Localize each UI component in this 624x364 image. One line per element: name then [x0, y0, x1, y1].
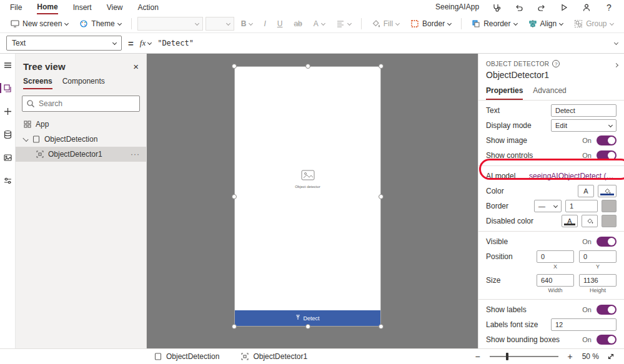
object-detector-control[interactable]: Object detector: [235, 170, 380, 189]
text-property-input[interactable]: [551, 104, 617, 117]
border-color-swatch[interactable]: [602, 200, 617, 212]
tree-view-panel: Tree view × Screens Components App: [16, 54, 147, 348]
chevron-down-icon[interactable]: [22, 135, 28, 141]
fx-button[interactable]: fx: [140, 38, 151, 48]
border-style-select[interactable]: —: [534, 200, 562, 212]
bold-button[interactable]: B: [237, 17, 257, 30]
tab-screens[interactable]: Screens: [23, 77, 52, 89]
show-controls-toggle[interactable]: [597, 150, 617, 160]
prop-label: Border: [486, 202, 508, 210]
menu-home[interactable]: Home: [37, 1, 57, 14]
item-overflow-menu[interactable]: ···: [131, 150, 140, 159]
resize-handle-top-center[interactable]: [305, 64, 310, 69]
tree-view-icon[interactable]: [0, 82, 16, 94]
disabled-color-swatch[interactable]: [602, 215, 617, 227]
property-select[interactable]: Text: [6, 36, 122, 51]
data-icon[interactable]: [0, 128, 16, 140]
resize-handle-bottom-center[interactable]: [305, 324, 310, 329]
zoom-out-button[interactable]: −: [473, 352, 482, 362]
play-icon[interactable]: [559, 2, 569, 12]
fx-label: fx: [140, 38, 146, 48]
group-label: Group: [586, 19, 607, 28]
prop-label: Size: [486, 274, 500, 285]
control-help-icon[interactable]: ?: [552, 60, 560, 67]
font-family-select[interactable]: [137, 17, 203, 31]
menu-file[interactable]: File: [10, 1, 22, 14]
align-button[interactable]: Align: [524, 17, 568, 30]
reorder-button[interactable]: Reorder: [467, 17, 521, 30]
detect-icon: [295, 315, 300, 322]
search-box[interactable]: [22, 96, 140, 112]
redo-icon[interactable]: [537, 2, 547, 12]
account-icon[interactable]: [582, 2, 592, 12]
font-size-select[interactable]: [206, 17, 234, 31]
help-icon[interactable]: ?: [604, 2, 614, 12]
fit-to-window-icon[interactable]: [607, 352, 615, 361]
tree-item-control-selected[interactable]: ObjectDetector1 ···: [16, 147, 146, 162]
size-height-input[interactable]: [579, 274, 617, 287]
show-bounding-boxes-toggle[interactable]: [597, 335, 617, 345]
underline-label: U: [277, 19, 283, 28]
screen-preview[interactable]: Object detector Detect: [234, 66, 381, 327]
border-weight-input[interactable]: [565, 200, 598, 212]
close-icon[interactable]: ×: [133, 61, 139, 72]
breadcrumb-control[interactable]: ObjectDetector1: [240, 352, 307, 361]
app-checker-icon[interactable]: [492, 2, 502, 12]
fill-button[interactable]: Fill: [367, 17, 404, 30]
font-color-button[interactable]: A: [309, 17, 329, 30]
strikethrough-button[interactable]: ab: [289, 17, 306, 30]
ai-model-link[interactable]: seeingAIObjectDetect (2...: [529, 172, 617, 180]
menu-action[interactable]: Action: [138, 1, 159, 14]
new-screen-button[interactable]: New screen: [6, 17, 72, 30]
prop-label: Show image: [486, 136, 527, 145]
media-icon[interactable]: [0, 151, 16, 164]
resize-handle-bottom-left[interactable]: [232, 324, 237, 329]
tree-item-label: ObjectDetector1: [48, 150, 102, 159]
show-image-toggle[interactable]: [597, 135, 617, 145]
tree-item-app[interactable]: App: [16, 117, 146, 132]
disabled-fill-color-button[interactable]: [582, 215, 598, 227]
display-mode-select[interactable]: Edit: [551, 119, 617, 132]
position-x-input[interactable]: [537, 250, 574, 263]
text-align-button[interactable]: [332, 17, 355, 30]
resize-handle-mid-right[interactable]: [379, 194, 384, 199]
border-button[interactable]: Border: [406, 17, 455, 30]
tab-properties[interactable]: Properties: [486, 86, 523, 100]
size-width-input[interactable]: [537, 274, 574, 287]
tree-item-screen[interactable]: ObjectDetection: [16, 132, 146, 147]
undo-icon[interactable]: [514, 2, 524, 12]
tab-components[interactable]: Components: [62, 77, 105, 89]
labels-font-size-input[interactable]: [551, 318, 617, 331]
zoom-slider[interactable]: [490, 356, 558, 357]
search-input[interactable]: [39, 99, 136, 108]
formula-expand-chevron[interactable]: [614, 40, 618, 44]
fill-color-swatch-button[interactable]: [598, 185, 617, 197]
underline-button[interactable]: U: [273, 17, 287, 30]
formula-input[interactable]: "Detect": [157, 39, 608, 47]
tab-advanced[interactable]: Advanced: [533, 86, 566, 100]
hamburger-menu-icon[interactable]: [0, 59, 16, 71]
insert-icon[interactable]: [0, 105, 16, 117]
show-labels-toggle[interactable]: [597, 305, 617, 315]
control-name: ObjectDetector1: [478, 67, 624, 80]
menu-view[interactable]: View: [107, 1, 123, 14]
prop-label: Visible: [486, 237, 508, 246]
group-button[interactable]: Group: [570, 17, 617, 30]
zoom-level: 50 %: [582, 352, 599, 361]
advanced-tools-icon[interactable]: [0, 174, 16, 187]
zoom-slider-handle[interactable]: [506, 353, 508, 360]
font-color-swatch-button[interactable]: A: [578, 185, 594, 197]
theme-button[interactable]: Theme: [75, 17, 125, 30]
breadcrumb-screen[interactable]: ObjectDetection: [154, 352, 219, 361]
resize-handle-top-left[interactable]: [232, 64, 237, 69]
visible-toggle[interactable]: [597, 237, 617, 247]
design-canvas[interactable]: Object detector Detect: [147, 54, 478, 348]
resize-handle-mid-left[interactable]: [232, 194, 237, 199]
position-y-input[interactable]: [579, 250, 617, 263]
resize-handle-bottom-right[interactable]: [379, 324, 384, 329]
resize-handle-top-right[interactable]: [379, 64, 384, 69]
disabled-font-color-button[interactable]: A: [562, 215, 578, 227]
italic-button[interactable]: I: [259, 17, 270, 30]
zoom-in-button[interactable]: +: [566, 352, 575, 362]
menu-insert[interactable]: Insert: [73, 1, 92, 14]
